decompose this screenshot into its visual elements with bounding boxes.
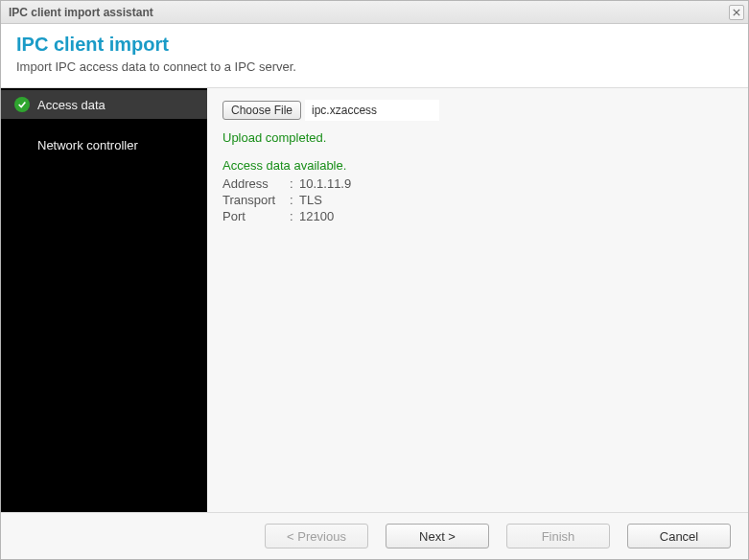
content: Choose File ipc.xzaccess Upload complete… <box>207 88 748 512</box>
port-value: 12100 <box>299 209 733 223</box>
access-data-available: Access data available. <box>222 158 733 173</box>
header: IPC client import Import IPC access data… <box>1 24 748 88</box>
sidebar: Access data Network controller <box>1 88 207 512</box>
port-label: Port <box>222 209 290 223</box>
previous-button: < Previous <box>265 524 368 548</box>
access-data-values: Address : 10.1.11.9 Transport : TLS Port… <box>222 176 733 223</box>
transport-value: TLS <box>299 193 733 207</box>
next-button[interactable]: Next > <box>386 524 489 548</box>
sidebar-spacer <box>1 119 207 130</box>
kv-sep: : <box>290 193 299 207</box>
sidebar-item-label: Access data <box>37 98 105 112</box>
finish-button: Finish <box>506 524 610 548</box>
footer: < Previous Next > Finish Cancel <box>1 513 748 559</box>
sidebar-item-label: Network controller <box>37 138 138 152</box>
check-icon <box>14 97 30 112</box>
transport-label: Transport <box>222 193 290 207</box>
dialog-window: IPC client import assistant IPC client i… <box>0 0 749 560</box>
file-chooser-row: Choose File ipc.xzaccess <box>222 100 733 121</box>
address-value: 10.1.11.9 <box>299 176 733 191</box>
kv-sep: : <box>290 176 299 191</box>
address-label: Address <box>222 176 290 191</box>
chosen-file-name: ipc.xzaccess <box>305 100 439 121</box>
close-icon <box>733 9 740 16</box>
upload-status: Upload completed. <box>222 130 733 145</box>
page-subtitle: Import IPC access data to connect to a I… <box>16 59 733 74</box>
choose-file-button[interactable]: Choose File <box>222 101 301 120</box>
page-title: IPC client import <box>16 34 733 56</box>
close-button[interactable] <box>729 5 744 20</box>
body: Access data Network controller Choose Fi… <box>1 88 748 513</box>
sidebar-item-network-controller[interactable]: Network controller <box>1 130 207 159</box>
window-title: IPC client import assistant <box>9 6 153 19</box>
kv-sep: : <box>290 209 299 223</box>
titlebar: IPC client import assistant <box>1 1 748 24</box>
cancel-button[interactable]: Cancel <box>627 524 731 548</box>
sidebar-item-access-data[interactable]: Access data <box>1 90 207 119</box>
